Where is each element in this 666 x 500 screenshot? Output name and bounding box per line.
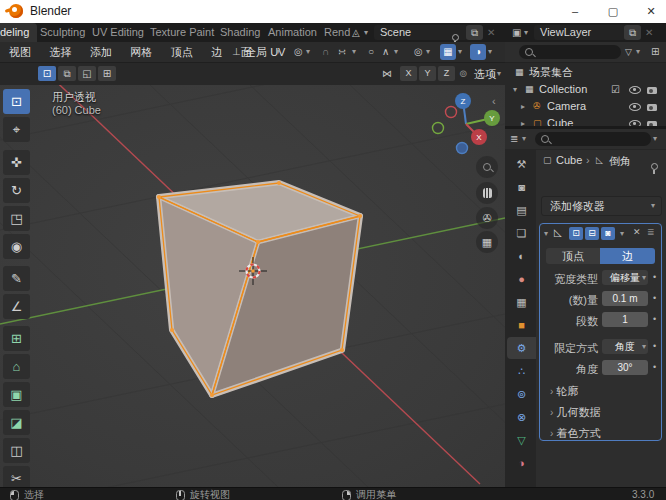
orientation-value[interactable]: 全局 <box>245 42 267 62</box>
camera-view-button[interactable]: ✇ <box>476 207 498 229</box>
add-modifier-dropdown[interactable]: 添加修改器 ▾ <box>541 196 662 216</box>
snap-magnet-icon[interactable]: ∩ <box>322 42 329 62</box>
tool-inset-faces[interactable]: ▣ <box>3 382 30 407</box>
viewlayer-copy-button[interactable]: ⧉ <box>624 25 641 40</box>
tab-object[interactable]: ■ <box>507 314 536 336</box>
tool-add-cube[interactable]: ⊞ <box>3 326 30 351</box>
segments-field[interactable]: 1 <box>602 312 648 327</box>
modifier-extras-chevron-icon[interactable]: ▾ <box>620 229 624 238</box>
keyframe-dot[interactable]: • <box>653 362 656 372</box>
tab-view-layer[interactable]: ❏ <box>507 222 536 244</box>
viewlayer-name-field[interactable]: ViewLayer <box>534 25 626 40</box>
modifier-close-icon[interactable]: ✕ <box>633 227 641 237</box>
pivot-chevron-icon[interactable]: ▾ <box>306 42 310 62</box>
orientation-chevron-icon[interactable]: ▾ <box>276 42 280 62</box>
menu-add[interactable]: 添加 <box>83 42 119 62</box>
tool-scale[interactable]: ◳ <box>3 206 30 231</box>
tool-transform[interactable]: ◉ <box>3 234 30 259</box>
segment-tab-vertex[interactable]: 顶点 <box>546 248 600 264</box>
mirror-x-button[interactable]: X <box>400 66 417 81</box>
new-collection-icon[interactable]: ⊞ <box>651 42 659 62</box>
hide-eye-icon[interactable] <box>629 98 641 115</box>
expand-icon[interactable]: ▸ <box>521 98 525 115</box>
tab-particles[interactable]: ∴ <box>507 360 536 382</box>
panel-collapse-icon[interactable]: ▾ <box>544 229 548 238</box>
keyframe-dot[interactable]: • <box>653 314 656 324</box>
tab-texture-paint[interactable]: Texture Paint <box>142 23 222 42</box>
tab-render[interactable]: ◙ <box>507 176 536 198</box>
tab-tool[interactable]: ⚒ <box>507 153 536 175</box>
properties-options-chevron-icon[interactable]: ▾ <box>653 129 657 149</box>
menu-select[interactable]: 选择 <box>42 42 78 62</box>
filter-chevron-icon[interactable]: ▾ <box>636 42 640 62</box>
expand-icon[interactable]: ▾ <box>513 81 517 98</box>
keyframe-dot[interactable]: • <box>653 293 656 303</box>
hide-eye-icon[interactable] <box>629 81 641 98</box>
collection-checkbox[interactable]: ☑ <box>611 81 620 98</box>
tab-material[interactable]: ◑ <box>507 452 536 474</box>
render-visibility-icon[interactable] <box>647 81 657 98</box>
viewport-3d[interactable]: Z Y X 用户透视 (60) Cube ‹ ⊡ ⌖ ✜ ↻ ◳ ◉ ✎ ∠ ⊞… <box>0 85 505 487</box>
angle-field[interactable]: 30° <box>602 360 648 375</box>
amount-field[interactable]: 0.1 m <box>602 291 648 306</box>
tool-knife[interactable]: ✂ <box>3 466 30 487</box>
select-mode-set[interactable]: ⊡ <box>38 66 56 81</box>
tab-modifiers[interactable]: ⚙ <box>507 337 536 359</box>
outliner-row-camera[interactable]: ▸ ✇ Camera <box>505 98 666 115</box>
sidebar-collapse-arrow[interactable]: ‹ <box>492 95 496 107</box>
scene-unlink-icon[interactable]: ✕ <box>487 23 495 42</box>
render-visibility-icon[interactable] <box>647 98 657 115</box>
tab-object-data[interactable]: ▽ <box>507 429 536 451</box>
overlays-toggle-icon[interactable]: ▦ <box>440 44 456 60</box>
tool-bevel[interactable]: ◪ <box>3 410 30 435</box>
mirror-y-button[interactable]: Y <box>419 66 436 81</box>
menu-edge[interactable]: 边 <box>204 42 229 62</box>
tab-physics[interactable]: ⊚ <box>507 383 536 405</box>
modifier-drag-handle-icon[interactable]: ≣ <box>647 227 655 237</box>
snap-target-icon[interactable]: ∺ <box>338 42 346 62</box>
properties-search-input[interactable] <box>535 132 651 146</box>
menu-mesh[interactable]: 网格 <box>123 42 159 62</box>
snap-settings-icon[interactable]: ⊚ <box>459 64 467 84</box>
editor-type-icon[interactable]: ≣ <box>510 129 518 149</box>
viewlayer-remove-icon[interactable]: ✕ <box>645 23 653 42</box>
viewlayer-chevron-icon[interactable]: ▾ <box>524 23 528 42</box>
menu-view[interactable]: 视图 <box>2 42 38 62</box>
maximize-button[interactable]: ▢ <box>596 0 630 23</box>
snap-chevron-icon[interactable]: ▾ <box>352 42 356 62</box>
tab-collection[interactable]: ▦ <box>507 291 536 313</box>
tool-annotate[interactable]: ✎ <box>3 266 30 291</box>
options-chevron-icon[interactable]: ▾ <box>497 64 501 84</box>
outliner-row-scene-collection[interactable]: ▦ 场景集合 <box>505 64 666 81</box>
keyframe-dot[interactable]: • <box>653 341 656 351</box>
scene-chevron-icon[interactable]: ▾ <box>364 23 368 42</box>
toggle-render[interactable]: ◙ <box>601 227 615 240</box>
proportional-falloff-icon[interactable]: ∧ <box>382 42 389 62</box>
keyframe-dot[interactable]: • <box>653 272 656 282</box>
zoom-button[interactable] <box>476 156 498 178</box>
tab-constraints[interactable]: ⊗ <box>507 406 536 428</box>
options-dropdown[interactable]: 选项 <box>474 64 496 84</box>
overlays-chevron-icon[interactable]: ▾ <box>458 42 462 62</box>
tool-extrude-region[interactable]: ⌂ <box>3 354 30 379</box>
filter-icon[interactable]: ▽ <box>625 42 632 62</box>
outliner-search-input[interactable] <box>519 45 621 59</box>
tool-move[interactable]: ✜ <box>3 150 30 175</box>
proportional-edit-icon[interactable]: ○ <box>368 42 374 62</box>
menu-vertex[interactable]: 顶点 <box>164 42 200 62</box>
section-shading[interactable]: › 着色方式 <box>550 426 600 441</box>
select-mode-subtract[interactable]: ◱ <box>78 66 96 81</box>
section-profile[interactable]: › 轮廓 <box>550 384 578 399</box>
tool-loop-cut[interactable]: ◫ <box>3 438 30 463</box>
scene-pin-icon[interactable] <box>452 27 459 42</box>
tab-scene[interactable]: ◐ <box>507 245 536 267</box>
pin-icon[interactable] <box>651 156 658 174</box>
tool-rotate[interactable]: ↻ <box>3 178 30 203</box>
scene-copy-button[interactable]: ⧉ <box>466 25 483 40</box>
select-mode-extend[interactable]: ⧉ <box>58 66 76 81</box>
mirror-z-button[interactable]: Z <box>438 66 455 81</box>
pivot-icon[interactable]: ◎ <box>294 42 303 62</box>
toggle-realtime[interactable]: ⊟ <box>585 227 599 240</box>
gizmo-chevron-icon[interactable]: ▾ <box>426 42 430 62</box>
orientation-icon[interactable]: ⊥ <box>232 42 241 62</box>
